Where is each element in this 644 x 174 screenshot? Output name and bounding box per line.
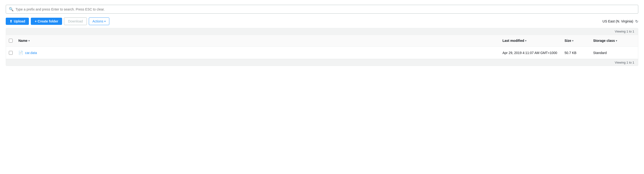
- row-size-cell: 50.7 KB: [562, 49, 590, 56]
- row-checkbox-cell[interactable]: [6, 49, 16, 56]
- create-folder-label: + Create folder: [34, 19, 58, 23]
- upload-label: Upload: [14, 19, 25, 23]
- files-table: Viewing 1 to 1 Name ▾ Last modified ▾ Si…: [6, 28, 638, 66]
- refresh-icon[interactable]: ↻: [635, 19, 638, 24]
- row-checkbox[interactable]: [9, 51, 13, 55]
- actions-label: Actions: [92, 19, 103, 23]
- search-input[interactable]: [16, 8, 635, 11]
- col-header-last-modified[interactable]: Last modified ▾: [500, 37, 562, 44]
- upload-icon: ⬆: [10, 19, 12, 23]
- col-header-size[interactable]: Size ▾: [562, 37, 590, 44]
- download-button[interactable]: Download: [64, 18, 87, 25]
- actions-button[interactable]: Actions ▾: [89, 18, 109, 25]
- row-name-cell: 📄 car.data: [16, 49, 500, 56]
- size-sort-icon: ▾: [572, 40, 573, 42]
- region-label: US East (N. Virginia): [602, 19, 633, 23]
- select-all-checkbox[interactable]: [9, 39, 13, 43]
- region-info: US East (N. Virginia) ↻: [602, 19, 638, 24]
- name-sort-icon: ▾: [28, 40, 30, 42]
- download-label: Download: [68, 19, 83, 23]
- upload-button[interactable]: ⬆ Upload: [6, 18, 29, 25]
- last-modified-sort-icon: ▾: [525, 40, 526, 42]
- search-icon: 🔍: [9, 7, 14, 12]
- create-folder-button[interactable]: + Create folder: [31, 18, 62, 25]
- col-header-storage-class[interactable]: Storage class ▾: [590, 37, 638, 44]
- file-icon: 📄: [18, 50, 23, 55]
- search-bar: 🔍: [6, 5, 638, 14]
- row-last-modified-cell: Apr 29, 2019 4:11:07 AM GMT+1000: [500, 49, 562, 56]
- storage-class-sort-icon: ▾: [616, 40, 617, 42]
- toolbar: ⬆ Upload + Create folder Download Action…: [6, 18, 638, 25]
- viewing-count-bottom: Viewing 1 to 1: [6, 59, 638, 66]
- chevron-down-icon: ▾: [104, 20, 106, 23]
- select-all-cell[interactable]: [6, 37, 16, 44]
- file-link[interactable]: car.data: [25, 51, 37, 55]
- viewing-count-top: Viewing 1 to 1: [6, 28, 638, 35]
- table-row: 📄 car.data Apr 29, 2019 4:11:07 AM GMT+1…: [6, 47, 638, 59]
- table-header: Name ▾ Last modified ▾ Size ▾ Storage cl…: [6, 35, 638, 47]
- col-header-name[interactable]: Name ▾: [16, 37, 500, 44]
- row-storage-class-cell: Standard: [590, 49, 638, 56]
